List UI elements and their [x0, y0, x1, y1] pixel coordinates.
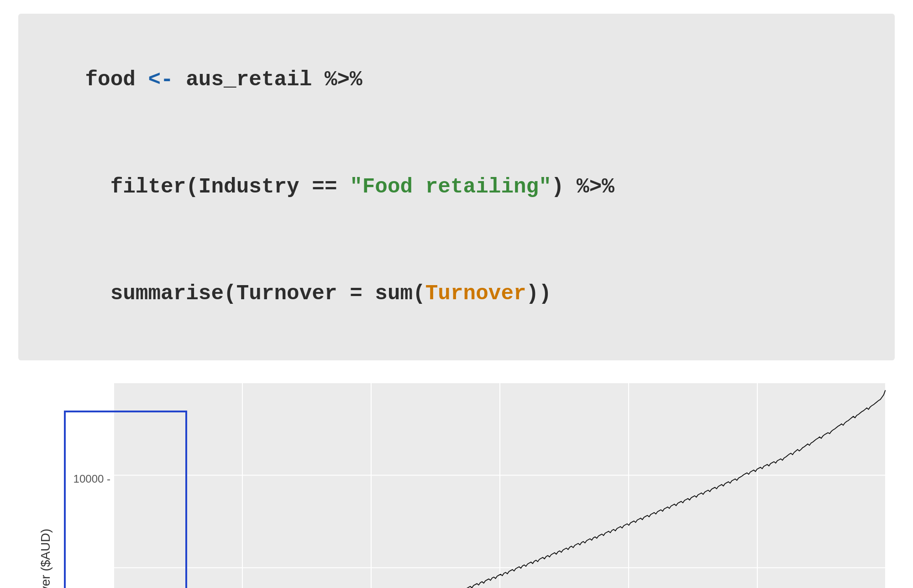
code-turnover-arg: Turnover: [425, 282, 526, 306]
code-filter-start: filter(Industry ==: [110, 175, 350, 199]
y-tick-10000: 10000 -: [73, 473, 110, 485]
code-string: "Food retailing": [350, 175, 551, 199]
code-block: food <- aus_retail %>% filter(Industry =…: [18, 14, 895, 360]
code-filter-end: ) %>%: [551, 175, 614, 199]
chart-svg: [114, 383, 886, 588]
code-indent2: [85, 175, 110, 199]
y-axis-label: Turnover ($AUD): [38, 529, 53, 588]
code-summarise-end: )): [526, 282, 551, 306]
code-fn1: aus_retail %>%: [186, 68, 362, 92]
code-arrow: <-: [136, 68, 186, 92]
chart-wrapper: Turnover ($AUD) 10000 - 5000 -: [18, 379, 895, 588]
code-var: food: [85, 68, 135, 92]
chart-svg-container: [114, 383, 886, 588]
y-tick-labels: 10000 - 5000 -: [64, 383, 114, 588]
code-indent3: [85, 282, 110, 306]
y-axis-label-container: Turnover ($AUD): [27, 383, 64, 588]
code-summarise-start: summarise(Turnover = sum(: [110, 282, 425, 306]
chart-area: Turnover ($AUD) 10000 - 5000 -: [27, 383, 886, 588]
